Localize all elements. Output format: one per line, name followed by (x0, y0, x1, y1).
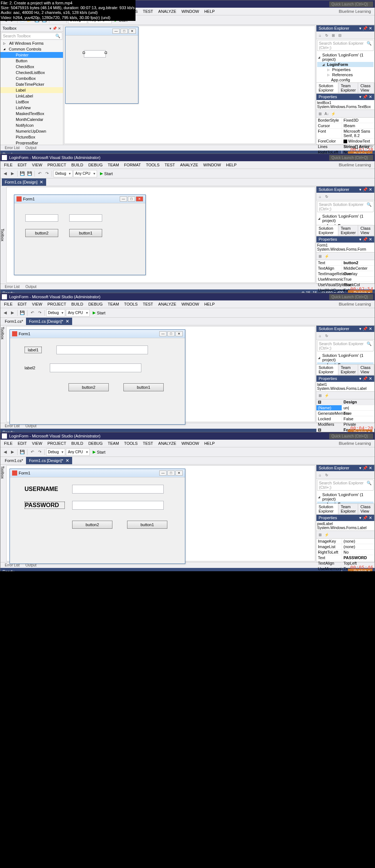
toolbox-list[interactable]: All Windows Forms Common Controls Pointe… (0, 40, 63, 145)
toolbox-item-linklabel[interactable]: LinkLabel (0, 93, 63, 99)
prop-name-row[interactable]: (Name)un| (316, 405, 374, 411)
prop-row[interactable]: ForeColorWindowText (316, 138, 374, 144)
titlebar[interactable]: LoginForm - Microsoft Visual Studio (Adm… (0, 154, 375, 161)
props-object[interactable]: textBox1 System.Windows.Forms.TextBox (316, 100, 374, 110)
username-label[interactable]: USERNAME (25, 486, 65, 492)
designer-label1[interactable]: label1 (25, 347, 42, 353)
toolbox-collapsed[interactable]: Toolbox (0, 186, 5, 284)
vs-window-3: LoginForm - Microsoft Visual Studio (Adm… (0, 293, 375, 432)
prop-row[interactable]: BorderStyleFixed3D (316, 118, 374, 123)
brand: Bluelime Learning (337, 8, 373, 14)
toolbox-search[interactable]: Search Toolbox🔍 (1, 33, 62, 40)
tab-sln-explorer[interactable]: Solution Explorer (316, 83, 338, 93)
explorer-tabs[interactable]: Solution Explorer Team Explorer Class Vi… (316, 82, 374, 93)
search-icon: 🔍 (55, 34, 60, 38)
close-icon: ✕ (129, 29, 136, 34)
designer-button2[interactable]: button2 (68, 383, 109, 391)
designer-button1[interactable]: button1 (123, 383, 164, 391)
vs-window-1: LoginForm - Microsoft Visual Studio (Adm… (0, 0, 375, 154)
toolbox-item-checkedlistbox[interactable]: CheckedListBox (0, 70, 63, 75)
toolbox-item-combobox[interactable]: ComboBox (0, 75, 63, 81)
designer-textbox[interactable] (25, 214, 58, 222)
properties-panel[interactable]: Properties▾ 📌 ✕ textBox1 System.Windows.… (316, 93, 375, 145)
sln-toolbar[interactable]: ⌂↻⊞⊟ (316, 32, 374, 39)
toolbox-collapsed[interactable]: Toolbox (0, 325, 5, 423)
toolbox-item-datetimepicker[interactable]: DateTimePicker (0, 81, 63, 87)
designer-surface[interactable]: —□✕ (64, 26, 315, 144)
tab-error-list[interactable]: Error List (2, 145, 23, 151)
video-metadata: File: 2. Create a project with a form.mp… (0, 0, 135, 21)
toolbox-item-maskedtextbox[interactable]: MaskedTextBox (0, 111, 63, 117)
toolbox-item-progressbar[interactable]: ProgressBar (0, 140, 63, 145)
references-node[interactable]: ▷References (317, 72, 374, 77)
toolbox-item-checkbox[interactable]: CheckBox (0, 64, 63, 70)
menu-window[interactable]: WINDOW (179, 8, 201, 14)
minimize-icon: — (112, 29, 120, 34)
vs-window-2: LoginForm - Microsoft Visual Studio (Adm… (0, 154, 375, 293)
toolbox-item-pointer[interactable]: Pointer (0, 52, 63, 58)
refresh-icon[interactable]: ↻ (324, 32, 330, 38)
designer-button2[interactable]: button2 (25, 229, 58, 237)
designer-label2[interactable]: label2 (25, 366, 35, 370)
prop-row[interactable]: FontMicrosoft Sans Serif, 8.2 (316, 129, 374, 138)
form-titlebar: —□✕ (66, 27, 138, 36)
toolbar[interactable]: ◀▶💾💾↶↷ DebugAny CPUStart (0, 169, 375, 178)
sln-search[interactable]: Search Solution Explorer (Ctrl+;)🔍 (317, 40, 374, 51)
designer-surface[interactable]: Form1 —□✕ button2 button1 (6, 187, 315, 283)
tab-output[interactable]: Output (23, 145, 40, 151)
designer-textbox[interactable] (69, 214, 102, 222)
designer-textbox[interactable] (84, 50, 106, 58)
properties-node[interactable]: ▷Properties (317, 67, 374, 72)
password-label[interactable]: PASSWORD (25, 502, 65, 509)
doc-tab-design[interactable]: Form1.cs [Design]*✕ (26, 318, 72, 325)
close-tab-icon[interactable]: ✕ (40, 180, 43, 185)
menu-analyze[interactable]: ANALYZE (156, 8, 178, 14)
timestamp: 00:01:28 (350, 147, 373, 152)
appconfig-node[interactable]: App.config (317, 77, 374, 82)
sln-node[interactable]: ◢Solution 'LoginForm' (1 project) (317, 52, 374, 62)
quick-launch[interactable]: Quick Launch (Ctrl+Q) (329, 1, 373, 7)
doc-tabs[interactable]: Form1.cs [Design]✕ (0, 178, 375, 186)
tab-class-view[interactable]: Class View (358, 83, 374, 93)
designer-surface[interactable]: Form1—□✕ label1 label2 button2 button1 (6, 326, 315, 422)
vs-window-4: LoginForm - Microsoft Visual Studio (Adm… (0, 432, 375, 571)
prop-row[interactable]: CursorIBeam (316, 123, 374, 129)
toolbox-item-monthcalendar[interactable]: MonthCalendar (0, 117, 63, 122)
solution-explorer[interactable]: Solution Explorer▾ 📌 ✕ ⌂↻ Search Solutio… (316, 186, 375, 236)
toolbox-header[interactable]: Toolbox▾ 📌 ✕ (0, 25, 63, 32)
toolbox-item-button[interactable]: Button (0, 58, 63, 64)
toolbox-item-listbox[interactable]: ListBox (0, 99, 63, 105)
form-title: Form1 (23, 197, 35, 201)
menubar[interactable]: FILEEDITVIEWPROJECTBUILDDEBUGTEAMFORMATT… (0, 161, 375, 169)
doc-tab-cs[interactable]: Form1.cs* (2, 318, 26, 325)
designer-button1[interactable]: button1 (69, 229, 102, 237)
toolbox-item-notifyicon[interactable]: NotifyIcon (0, 122, 63, 128)
tab-team-explorer[interactable]: Team Explorer (338, 83, 358, 93)
toolbox-item-label[interactable]: Label (0, 87, 63, 93)
toolbox-item-picturebox[interactable]: PictureBox (0, 134, 63, 140)
toolbox-collapsed[interactable]: Toolbox (0, 465, 5, 562)
menu-help[interactable]: HELP (202, 8, 217, 14)
solution-explorer[interactable]: Solution Explorer▾ 📌 ✕ ⌂↻⊞⊟ Search Solut… (316, 25, 375, 93)
toolbox-panel: Toolbox▾ 📌 ✕ Search Toolbox🔍 All Windows… (0, 25, 63, 145)
toolbox-group-common[interactable]: Common Controls (0, 46, 63, 52)
toolbox-group-allwf[interactable]: All Windows Forms (0, 40, 63, 46)
maximize-icon: □ (120, 29, 128, 34)
home-icon[interactable]: ⌂ (317, 32, 323, 38)
designer-surface[interactable]: Form1—□✕ USERNAME PASSWORD button2 but (6, 465, 315, 561)
toolbox-item-numericupdown[interactable]: NumericUpDown (0, 128, 63, 134)
project-node[interactable]: ◢LoginForm (317, 62, 374, 67)
pin-icon[interactable]: ▾ 📌 ✕ (49, 26, 61, 30)
panel-controls[interactable]: ▾ 📌 ✕ (359, 26, 372, 31)
toolbox-item-listview[interactable]: ListView (0, 105, 63, 111)
menu-test[interactable]: TEST (141, 8, 155, 14)
doc-tab-form1[interactable]: Form1.cs [Design]✕ (2, 178, 46, 186)
solution-tree[interactable]: ◢Solution 'LoginForm' (1 project) ◢Login… (316, 52, 374, 82)
